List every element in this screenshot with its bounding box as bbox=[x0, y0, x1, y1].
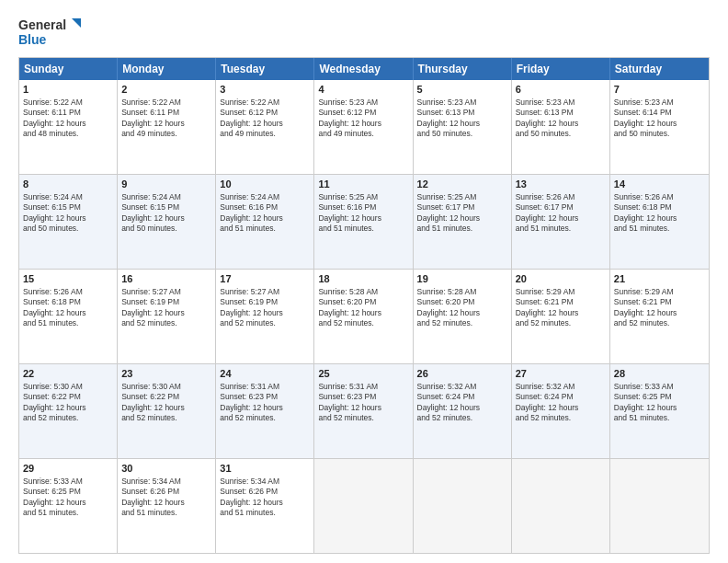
day-info: and 52 minutes. bbox=[516, 318, 571, 327]
calendar-cell bbox=[414, 459, 512, 553]
weekday-header: Tuesday bbox=[216, 58, 314, 80]
day-info: Daylight: 12 hours bbox=[23, 308, 86, 317]
day-info: Sunrise: 5:26 AM bbox=[516, 192, 575, 201]
day-info: Sunrise: 5:28 AM bbox=[318, 287, 378, 296]
calendar-cell: 17Sunrise: 5:27 AMSunset: 6:19 PMDayligh… bbox=[216, 270, 314, 363]
day-info: and 49 minutes. bbox=[121, 129, 176, 138]
day-info: Sunset: 6:12 PM bbox=[318, 108, 376, 117]
day-info: Sunset: 6:18 PM bbox=[614, 202, 672, 212]
day-info: Sunset: 6:13 PM bbox=[417, 108, 475, 117]
calendar-row: 22Sunrise: 5:30 AMSunset: 6:22 PMDayligh… bbox=[19, 363, 709, 458]
day-info: Sunrise: 5:25 AM bbox=[318, 192, 378, 201]
day-info: Sunset: 6:22 PM bbox=[121, 392, 179, 401]
day-info: Sunrise: 5:33 AM bbox=[23, 477, 83, 486]
day-number: 17 bbox=[220, 272, 310, 286]
day-info: and 50 minutes. bbox=[23, 224, 78, 233]
calendar-cell: 8Sunrise: 5:24 AMSunset: 6:15 PMDaylight… bbox=[19, 175, 118, 269]
day-info: Sunrise: 5:31 AM bbox=[220, 382, 279, 391]
day-info: Sunrise: 5:23 AM bbox=[318, 98, 378, 107]
day-info: Sunset: 6:17 PM bbox=[417, 202, 475, 212]
day-info: Daylight: 12 hours bbox=[318, 213, 381, 223]
day-info: Sunrise: 5:22 AM bbox=[121, 98, 181, 107]
day-number: 31 bbox=[220, 462, 310, 476]
day-info: Sunset: 6:14 PM bbox=[614, 108, 672, 117]
day-info: Sunset: 6:16 PM bbox=[318, 202, 376, 212]
calendar-cell: 4Sunrise: 5:23 AMSunset: 6:12 PMDaylight… bbox=[314, 80, 413, 174]
calendar-cell: 21Sunrise: 5:29 AMSunset: 6:21 PMDayligh… bbox=[610, 270, 709, 363]
calendar-cell: 18Sunrise: 5:28 AMSunset: 6:20 PMDayligh… bbox=[314, 270, 413, 363]
day-info: Sunrise: 5:25 AM bbox=[417, 192, 477, 201]
calendar-cell: 29Sunrise: 5:33 AMSunset: 6:25 PMDayligh… bbox=[19, 459, 118, 553]
day-number: 20 bbox=[516, 272, 606, 286]
day-info: Sunrise: 5:26 AM bbox=[23, 287, 83, 296]
day-info: Sunrise: 5:34 AM bbox=[121, 477, 181, 486]
day-info: Sunset: 6:21 PM bbox=[516, 297, 574, 306]
svg-marker-2 bbox=[72, 18, 81, 28]
day-info: Daylight: 12 hours bbox=[220, 308, 283, 317]
day-info: and 51 minutes. bbox=[614, 224, 669, 233]
day-number: 28 bbox=[614, 367, 705, 381]
weekday-header: Wednesday bbox=[314, 58, 413, 80]
day-info: Sunrise: 5:30 AM bbox=[121, 382, 181, 391]
day-info: Daylight: 12 hours bbox=[614, 403, 677, 412]
day-info: Sunset: 6:24 PM bbox=[417, 392, 475, 401]
day-info: Sunset: 6:15 PM bbox=[23, 202, 81, 212]
day-info: and 51 minutes. bbox=[417, 224, 472, 233]
day-info: and 50 minutes. bbox=[516, 129, 571, 138]
day-number: 6 bbox=[516, 83, 606, 97]
calendar-cell: 7Sunrise: 5:23 AMSunset: 6:14 PMDaylight… bbox=[610, 80, 709, 174]
day-info: and 49 minutes. bbox=[220, 129, 275, 138]
day-number: 23 bbox=[121, 367, 211, 381]
day-info: Sunset: 6:24 PM bbox=[516, 392, 574, 401]
day-info: Sunrise: 5:27 AM bbox=[220, 287, 279, 296]
day-info: Sunset: 6:23 PM bbox=[220, 392, 278, 401]
day-info: and 52 minutes. bbox=[614, 318, 669, 327]
day-number: 9 bbox=[121, 178, 211, 191]
day-info: Daylight: 12 hours bbox=[417, 213, 481, 223]
day-info: Sunset: 6:17 PM bbox=[516, 202, 574, 212]
svg-text:General: General bbox=[18, 17, 66, 32]
day-info: Sunset: 6:22 PM bbox=[23, 392, 81, 401]
day-info: and 50 minutes. bbox=[417, 129, 472, 138]
day-info: Daylight: 12 hours bbox=[220, 403, 283, 412]
day-info: Sunrise: 5:30 AM bbox=[23, 382, 83, 391]
calendar-cell: 1Sunrise: 5:22 AMSunset: 6:11 PMDaylight… bbox=[19, 80, 118, 174]
day-info: Sunrise: 5:24 AM bbox=[23, 192, 83, 201]
day-number: 27 bbox=[516, 367, 606, 381]
day-info: Sunrise: 5:33 AM bbox=[614, 382, 674, 391]
day-info: Sunrise: 5:27 AM bbox=[121, 287, 181, 296]
day-info: Daylight: 12 hours bbox=[318, 308, 381, 317]
day-info: Daylight: 12 hours bbox=[23, 119, 86, 128]
day-info: Daylight: 12 hours bbox=[23, 403, 86, 412]
calendar: SundayMondayTuesdayWednesdayThursdayFrid… bbox=[18, 57, 710, 554]
day-number: 29 bbox=[23, 462, 113, 476]
day-info: Sunset: 6:20 PM bbox=[417, 297, 475, 306]
day-number: 30 bbox=[121, 462, 211, 476]
calendar-header: SundayMondayTuesdayWednesdayThursdayFrid… bbox=[19, 58, 709, 80]
day-info: Sunset: 6:15 PM bbox=[121, 202, 179, 212]
calendar-cell: 25Sunrise: 5:31 AMSunset: 6:23 PMDayligh… bbox=[314, 364, 413, 458]
day-info: and 52 minutes. bbox=[516, 413, 571, 422]
day-info: and 52 minutes. bbox=[417, 413, 472, 422]
calendar-cell: 22Sunrise: 5:30 AMSunset: 6:22 PMDayligh… bbox=[19, 364, 118, 458]
day-info: Daylight: 12 hours bbox=[121, 498, 185, 507]
day-info: and 50 minutes. bbox=[614, 129, 669, 138]
day-info: Sunrise: 5:24 AM bbox=[220, 192, 279, 201]
day-info: and 49 minutes. bbox=[318, 129, 373, 138]
day-number: 15 bbox=[23, 272, 113, 286]
calendar-cell: 24Sunrise: 5:31 AMSunset: 6:23 PMDayligh… bbox=[216, 364, 314, 458]
day-info: Sunset: 6:11 PM bbox=[23, 108, 81, 117]
calendar-cell: 28Sunrise: 5:33 AMSunset: 6:25 PMDayligh… bbox=[610, 364, 709, 458]
day-number: 2 bbox=[121, 83, 211, 97]
day-info: Sunset: 6:26 PM bbox=[220, 487, 278, 496]
day-info: Daylight: 12 hours bbox=[516, 308, 579, 317]
day-number: 24 bbox=[220, 367, 310, 381]
calendar-body: 1Sunrise: 5:22 AMSunset: 6:11 PMDaylight… bbox=[19, 80, 709, 553]
day-info: Sunset: 6:18 PM bbox=[23, 297, 81, 306]
calendar-cell: 20Sunrise: 5:29 AMSunset: 6:21 PMDayligh… bbox=[512, 270, 610, 363]
day-info: Daylight: 12 hours bbox=[121, 213, 185, 223]
day-info: Sunrise: 5:29 AM bbox=[614, 287, 674, 296]
day-info: and 52 minutes. bbox=[220, 413, 275, 422]
logo-svg: General Blue bbox=[18, 15, 83, 48]
day-info: Daylight: 12 hours bbox=[220, 213, 283, 223]
